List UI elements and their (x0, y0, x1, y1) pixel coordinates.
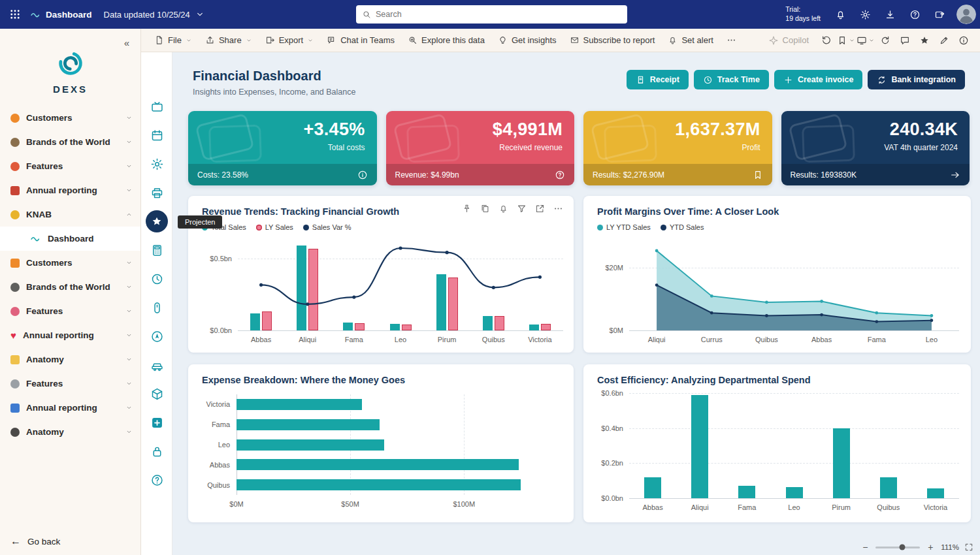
toolbar-icon-group (817, 31, 973, 50)
question-icon[interactable] (555, 170, 565, 180)
sidebar-item-customers[interactable]: Customers (0, 106, 140, 130)
bar-victoria[interactable] (927, 488, 944, 498)
bar-leo[interactable] (786, 487, 803, 498)
sidebar-item-features[interactable]: Features (0, 154, 140, 178)
rail-settings-button[interactable] (141, 150, 172, 178)
toolbar-more-options-button[interactable] (720, 29, 743, 52)
bank-integration-button[interactable]: Bank integration (868, 70, 965, 89)
sidebar-item-features[interactable]: Features (0, 372, 140, 396)
notifications-button[interactable] (830, 4, 851, 25)
rail-projects-star-button[interactable] (141, 207, 172, 236)
bar-quibus[interactable] (237, 479, 521, 490)
user-avatar[interactable] (956, 5, 976, 24)
toolbar-explore-this-data-button[interactable]: Explore this data (401, 29, 491, 52)
legend-ly-sales[interactable]: LY Sales (256, 223, 293, 231)
toolbar-file-button[interactable]: File (148, 29, 199, 52)
toolbar-subscribe-to-report-button[interactable]: Subscribe to report (563, 29, 662, 52)
go-back-button[interactable]: ← Go back (10, 535, 60, 547)
sidebar-item-knab[interactable]: KNAB (0, 202, 140, 227)
visual-copy-button[interactable] (477, 201, 493, 215)
rail-compass-button[interactable] (141, 322, 172, 351)
kpi-card-received-revenue[interactable]: $4,991MReceived revenueRevenue: $4.99bn (386, 111, 575, 185)
rail-help-button[interactable] (141, 466, 172, 494)
zoom-in-button[interactable]: + (925, 542, 936, 552)
toolbar-bookmarks-button[interactable] (836, 31, 856, 50)
toolbar-get-insights-button[interactable]: Get insights (491, 29, 563, 52)
plusfill-icon (150, 416, 164, 430)
rail-lock-button[interactable] (141, 437, 172, 466)
rail-car-button[interactable] (141, 351, 172, 379)
profit-margin-areas[interactable] (629, 243, 959, 330)
kpi-card-vat-4th-quarter-2024[interactable]: 240.34KVAT 4th quarter 2024Results: 1693… (781, 111, 970, 185)
bar-fama[interactable] (738, 486, 755, 498)
app-launcher-button[interactable] (0, 0, 30, 29)
rail-clock-button[interactable] (141, 264, 172, 293)
visual-alert-button[interactable] (495, 201, 511, 215)
arrow-icon[interactable] (950, 170, 960, 180)
sidebar-item-annual-reporting[interactable]: ♥Annual reporting (0, 323, 140, 347)
legend-ytd-sales[interactable]: YTD Sales (661, 223, 704, 231)
sidebar-item-anatomy[interactable]: Anatomy (0, 420, 140, 444)
fullscreen-button[interactable] (964, 543, 973, 552)
zoom-slider[interactable] (875, 547, 920, 548)
visual-filter-button[interactable] (514, 201, 529, 215)
toolbar-share-button[interactable]: Share (199, 29, 259, 52)
create-invoice-button[interactable]: Create invoice (774, 70, 862, 89)
download-button[interactable] (879, 4, 900, 25)
bar-victoria[interactable] (237, 399, 362, 410)
toolbar-export-button[interactable]: Export (259, 29, 321, 52)
visual-pin-button[interactable] (459, 201, 474, 215)
sidebar-item-anatomy[interactable]: Anatomy (0, 347, 140, 372)
settings-button[interactable] (855, 4, 875, 25)
sidebar-item-annual-reporting[interactable]: Annual reporting (0, 178, 140, 202)
sidebar-item-annual-reporting[interactable]: Annual reporting (0, 396, 140, 420)
sidebar-item-brands-of-the-world[interactable]: Brands of the World (0, 275, 140, 299)
zoom-slider-thumb[interactable] (900, 545, 906, 550)
sales-var-line[interactable] (238, 243, 563, 330)
legend-ly-ytd-sales[interactable]: LY YTD Sales (597, 223, 651, 231)
rail-calendar-button[interactable] (141, 121, 172, 150)
rail-tv-button[interactable] (141, 92, 172, 121)
toolbar-info-button[interactable] (954, 31, 973, 50)
search-input[interactable] (376, 10, 621, 19)
track-time-button[interactable]: Track Time (694, 70, 769, 89)
toolbar-favorite-button[interactable] (915, 31, 934, 50)
nav-dashboard[interactable]: Dashboard (30, 9, 92, 20)
visual-focus-mode-button[interactable] (532, 201, 547, 215)
bar-fama[interactable] (237, 419, 380, 430)
info-icon[interactable] (357, 170, 368, 180)
copilot-button[interactable]: Copilot (760, 35, 817, 46)
toolbar-chat-in-teams-button[interactable]: Chat in Teams (320, 29, 401, 52)
rail-printer-button[interactable] (141, 178, 172, 207)
data-updated-dropdown[interactable]: Data updated 10/25/24 (104, 9, 205, 20)
toolbar-reset-button[interactable] (817, 31, 836, 50)
bar-quibus[interactable] (880, 477, 897, 498)
kpi-card-total-costs[interactable]: +3.45%Total costsCosts: 23.58% (188, 111, 377, 185)
toolbar-refresh-button[interactable] (875, 31, 895, 50)
sidebar-item-brands-of-the-world[interactable]: Brands of the World (0, 130, 140, 154)
receipt-button[interactable]: Receipt (627, 70, 689, 89)
bar-leo[interactable] (237, 439, 384, 451)
rail-calculator-button[interactable] (141, 236, 172, 264)
bookmark-icon[interactable] (753, 170, 763, 180)
bar-abbas[interactable] (644, 477, 661, 498)
sidebar-item-dashboard[interactable]: Dashboard (0, 227, 140, 251)
rail-add-button[interactable] (141, 408, 172, 437)
share-button[interactable] (929, 4, 950, 25)
visual-more-button[interactable] (550, 201, 566, 215)
bar-aliqui[interactable] (691, 395, 708, 498)
toolbar-set-alert-button[interactable]: Set alert (661, 29, 719, 52)
zoom-out-button[interactable]: − (860, 542, 870, 552)
rail-mouse-button[interactable] (141, 293, 172, 322)
sidebar-item-customers[interactable]: Customers (0, 251, 140, 275)
toolbar-comments-button[interactable] (895, 31, 915, 50)
legend-sales-var[interactable]: Sales Var % (303, 223, 351, 231)
bar-abbas[interactable] (237, 459, 519, 470)
rail-cube-button[interactable] (141, 379, 172, 408)
toolbar-edit-button[interactable] (934, 31, 954, 50)
help-button[interactable] (904, 4, 925, 25)
bar-pirum[interactable] (833, 428, 850, 498)
kpi-card-profit[interactable]: 1,637.37MProfitResults: $2,276.90M (583, 111, 772, 185)
toolbar-view-button[interactable] (856, 31, 875, 50)
sidebar-item-features[interactable]: Features (0, 299, 140, 323)
